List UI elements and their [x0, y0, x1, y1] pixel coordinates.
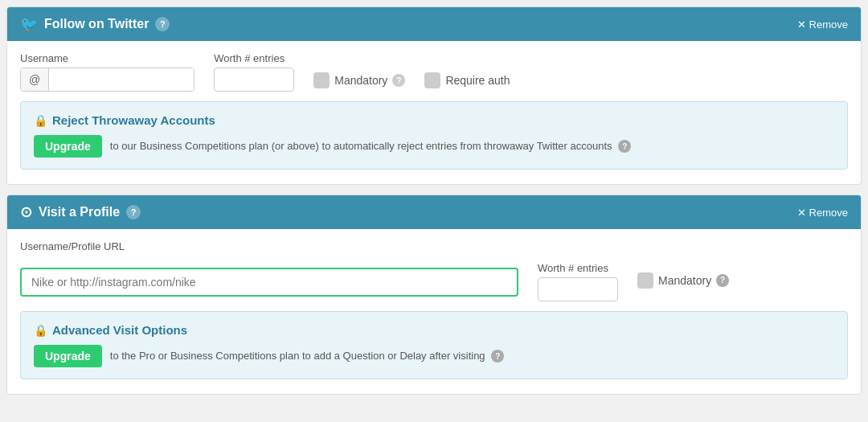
instagram-username-label: Username/Profile URL — [20, 240, 848, 252]
twitter-mandatory-label: Mandatory — [334, 74, 387, 87]
instagram-worth-group: Worth # entries 1 — [538, 262, 618, 301]
twitter-icon: 🐦 — [20, 15, 38, 33]
twitter-require-auth-group: Require auth — [424, 72, 510, 88]
instagram-mandatory-checkbox[interactable] — [637, 272, 653, 289]
twitter-upgrade-button[interactable]: Upgrade — [34, 135, 102, 158]
twitter-require-auth-checkbox[interactable] — [424, 72, 440, 88]
twitter-upgrade-section: 🔒 Reject Throwaway Accounts Upgrade to o… — [20, 101, 848, 170]
twitter-username-input[interactable] — [49, 68, 194, 91]
twitter-username-label: Username — [20, 52, 194, 64]
instagram-form-row: Worth # entries 1 Mandatory ? — [20, 262, 848, 301]
instagram-upgrade-row: Upgrade to the Pro or Business Competiti… — [34, 345, 834, 367]
twitter-upgrade-title: 🔒 Reject Throwaway Accounts — [34, 113, 834, 127]
instagram-help-icon[interactable]: ? — [126, 205, 141, 219]
twitter-worth-input[interactable]: 1 — [214, 68, 294, 92]
twitter-follow-card: 🐦 Follow on Twitter ? ✕ Remove Username … — [6, 6, 862, 185]
instagram-mandatory-help-icon[interactable]: ? — [716, 274, 729, 287]
instagram-upgrade-button[interactable]: Upgrade — [34, 345, 102, 367]
instagram-mandatory-label: Mandatory — [658, 274, 711, 287]
instagram-icon: ⊙ — [20, 203, 32, 221]
instagram-upgrade-title: 🔒 Advanced Visit Options — [34, 323, 834, 337]
instagram-username-group: Username/Profile URL — [20, 240, 848, 252]
twitter-card-body: Username @ Worth # entries 1 Mandatory ?… — [7, 41, 861, 184]
instagram-lock-icon: 🔒 — [34, 324, 47, 337]
instagram-mandatory-group: Mandatory ? — [637, 272, 729, 289]
twitter-upgrade-text: to our Business Competitions plan (or ab… — [110, 140, 631, 154]
twitter-upgrade-row: Upgrade to our Business Competitions pla… — [34, 135, 834, 158]
twitter-require-auth-label: Require auth — [445, 74, 510, 87]
twitter-username-group: Username @ — [20, 52, 194, 92]
instagram-upgrade-help-icon[interactable]: ? — [491, 350, 504, 363]
twitter-lock-icon: 🔒 — [34, 114, 47, 127]
twitter-worth-group: Worth # entries 1 — [214, 52, 294, 92]
instagram-remove-button[interactable]: ✕ Remove — [797, 207, 848, 219]
twitter-username-input-wrapper: @ — [20, 68, 194, 92]
twitter-mandatory-help-icon[interactable]: ? — [392, 74, 405, 87]
twitter-mandatory-checkbox[interactable] — [313, 72, 330, 88]
instagram-card-title: Visit a Profile — [39, 205, 120, 219]
twitter-upgrade-help-icon[interactable]: ? — [618, 140, 631, 153]
twitter-help-icon[interactable]: ? — [155, 17, 170, 31]
twitter-card-title: Follow on Twitter — [44, 17, 149, 31]
twitter-form-row: Username @ Worth # entries 1 Mandatory ?… — [20, 52, 848, 92]
twitter-worth-label: Worth # entries — [214, 52, 294, 64]
twitter-remove-button[interactable]: ✕ Remove — [797, 18, 848, 31]
instagram-upgrade-text: to the Pro or Business Competitions plan… — [110, 350, 504, 363]
twitter-header-left: 🐦 Follow on Twitter ? — [20, 15, 170, 33]
twitter-mandatory-group: Mandatory ? — [313, 72, 405, 88]
instagram-worth-input[interactable]: 1 — [538, 277, 618, 301]
instagram-profile-card: ⊙ Visit a Profile ? ✕ Remove Username/Pr… — [6, 195, 862, 395]
instagram-username-input[interactable] — [20, 268, 518, 297]
instagram-upgrade-section: 🔒 Advanced Visit Options Upgrade to the … — [20, 311, 848, 379]
instagram-card-header: ⊙ Visit a Profile ? ✕ Remove — [7, 195, 861, 229]
instagram-header-left: ⊙ Visit a Profile ? — [20, 203, 141, 221]
instagram-card-body: Username/Profile URL Worth # entries 1 M… — [7, 229, 861, 394]
twitter-card-header: 🐦 Follow on Twitter ? ✕ Remove — [7, 7, 861, 41]
instagram-worth-label: Worth # entries — [538, 262, 618, 274]
twitter-username-prefix: @ — [21, 68, 49, 91]
